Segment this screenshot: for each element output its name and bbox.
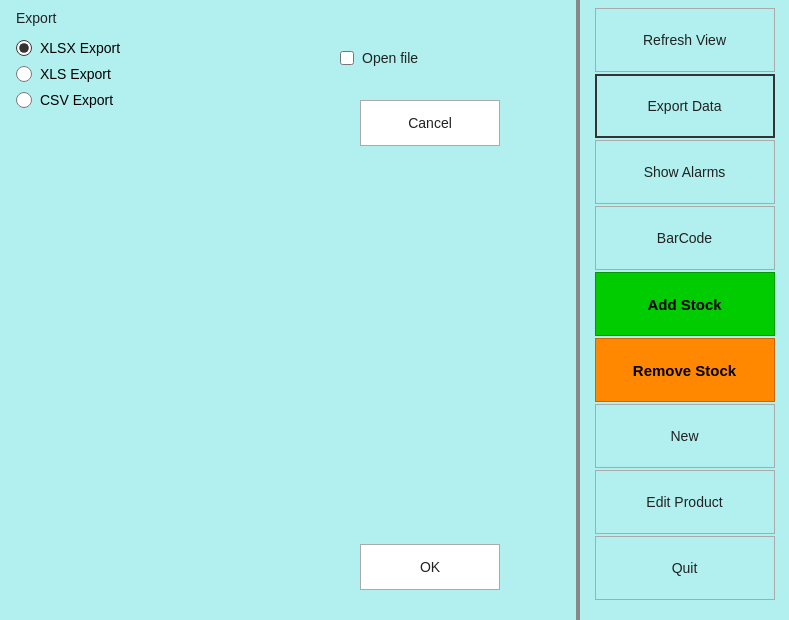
quit-button[interactable]: Quit: [595, 536, 775, 600]
radio-xls-label: XLS Export: [40, 66, 111, 82]
export-title: Export: [16, 10, 560, 26]
radio-xlsx-input[interactable]: [16, 40, 32, 56]
radio-xls[interactable]: XLS Export: [16, 66, 560, 82]
action-panel: Refresh ViewExport DataShow AlarmsBarCod…: [580, 0, 789, 620]
add-stock-button[interactable]: Add Stock: [595, 272, 775, 336]
refresh-view-button[interactable]: Refresh View: [595, 8, 775, 72]
open-file-area: Open file: [340, 50, 418, 66]
cancel-button[interactable]: Cancel: [360, 100, 500, 146]
export-data-button[interactable]: Export Data: [595, 74, 775, 138]
open-file-label[interactable]: Open file: [362, 50, 418, 66]
ok-button[interactable]: OK: [360, 544, 500, 590]
open-file-checkbox[interactable]: [340, 51, 354, 65]
radio-xls-input[interactable]: [16, 66, 32, 82]
show-alarms-button[interactable]: Show Alarms: [595, 140, 775, 204]
remove-stock-button[interactable]: Remove Stock: [595, 338, 775, 402]
radio-xlsx-label: XLSX Export: [40, 40, 120, 56]
radio-csv-input[interactable]: [16, 92, 32, 108]
barcode-button[interactable]: BarCode: [595, 206, 775, 270]
radio-group: XLSX Export XLS Export CSV Export: [16, 40, 560, 108]
radio-csv-label: CSV Export: [40, 92, 113, 108]
radio-xlsx[interactable]: XLSX Export: [16, 40, 560, 56]
export-panel: Export XLSX Export XLS Export CSV Export…: [0, 0, 580, 620]
edit-product-button[interactable]: Edit Product: [595, 470, 775, 534]
new-button[interactable]: New: [595, 404, 775, 468]
